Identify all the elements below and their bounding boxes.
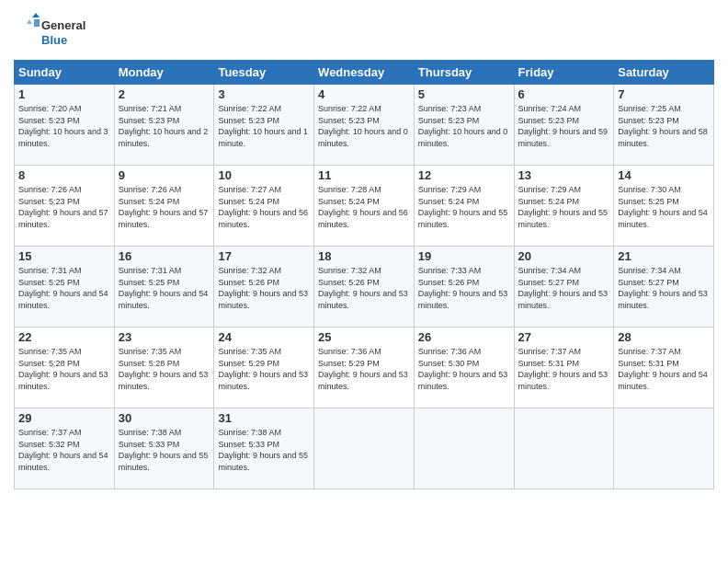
day-info: Sunrise: 7:26 AMSunset: 5:24 PMDaylight:… xyxy=(119,185,209,229)
day-info: Sunrise: 7:35 AMSunset: 5:28 PMDaylight:… xyxy=(18,347,108,391)
calendar-cell: 26 Sunrise: 7:36 AMSunset: 5:30 PMDaylig… xyxy=(414,327,514,408)
calendar-week-row: 22 Sunrise: 7:35 AMSunset: 5:28 PMDaylig… xyxy=(15,327,714,408)
calendar-cell: 13 Sunrise: 7:29 AMSunset: 5:24 PMDaylig… xyxy=(514,166,614,247)
calendar-cell: 6 Sunrise: 7:24 AMSunset: 5:23 PMDayligh… xyxy=(514,85,614,166)
day-number: 23 xyxy=(119,330,210,344)
calendar-page: General Blue SundayMondayTuesdayWednesda… xyxy=(0,0,728,563)
day-info: Sunrise: 7:28 AMSunset: 5:24 PMDaylight:… xyxy=(318,185,408,229)
day-number: 24 xyxy=(218,330,310,344)
day-info: Sunrise: 7:21 AMSunset: 5:23 PMDaylight:… xyxy=(119,104,209,148)
svg-marker-3 xyxy=(34,19,40,27)
weekday-header: Wednesday xyxy=(314,61,415,85)
calendar-cell: 29 Sunrise: 7:37 AMSunset: 5:32 PMDaylig… xyxy=(15,408,115,489)
day-number: 30 xyxy=(119,411,210,425)
calendar-cell xyxy=(514,408,614,489)
day-number: 20 xyxy=(518,249,610,263)
calendar-cell: 31 Sunrise: 7:38 AMSunset: 5:33 PMDaylig… xyxy=(214,408,314,489)
day-number: 19 xyxy=(418,249,510,263)
day-info: Sunrise: 7:30 AMSunset: 5:25 PMDaylight:… xyxy=(618,185,708,229)
day-info: Sunrise: 7:25 AMSunset: 5:23 PMDaylight:… xyxy=(618,104,708,148)
calendar-cell: 22 Sunrise: 7:35 AMSunset: 5:28 PMDaylig… xyxy=(15,327,115,408)
day-info: Sunrise: 7:36 AMSunset: 5:29 PMDaylight:… xyxy=(318,347,408,391)
calendar-cell xyxy=(614,408,714,489)
svg-text:Blue: Blue xyxy=(41,33,67,47)
calendar-cell: 25 Sunrise: 7:36 AMSunset: 5:29 PMDaylig… xyxy=(314,327,415,408)
logo: General Blue xyxy=(14,13,97,54)
calendar-cell: 30 Sunrise: 7:38 AMSunset: 5:33 PMDaylig… xyxy=(114,408,214,489)
day-info: Sunrise: 7:32 AMSunset: 5:26 PMDaylight:… xyxy=(318,266,408,310)
day-number: 21 xyxy=(618,249,710,263)
weekday-header: Tuesday xyxy=(214,61,314,85)
day-info: Sunrise: 7:29 AMSunset: 5:24 PMDaylight:… xyxy=(418,185,508,229)
day-info: Sunrise: 7:20 AMSunset: 5:23 PMDaylight:… xyxy=(18,104,108,148)
calendar-cell: 3 Sunrise: 7:22 AMSunset: 5:23 PMDayligh… xyxy=(214,85,314,166)
day-number: 4 xyxy=(318,87,410,101)
calendar-cell: 18 Sunrise: 7:32 AMSunset: 5:26 PMDaylig… xyxy=(314,247,415,327)
day-info: Sunrise: 7:24 AMSunset: 5:23 PMDaylight:… xyxy=(518,104,609,148)
calendar-cell: 27 Sunrise: 7:37 AMSunset: 5:31 PMDaylig… xyxy=(514,327,614,408)
calendar-cell: 20 Sunrise: 7:34 AMSunset: 5:27 PMDaylig… xyxy=(514,247,614,327)
svg-text:General: General xyxy=(41,18,85,32)
calendar-cell: 9 Sunrise: 7:26 AMSunset: 5:24 PMDayligh… xyxy=(114,166,214,247)
calendar-cell: 11 Sunrise: 7:28 AMSunset: 5:24 PMDaylig… xyxy=(314,166,415,247)
day-info: Sunrise: 7:29 AMSunset: 5:24 PMDaylight:… xyxy=(518,185,609,229)
day-info: Sunrise: 7:36 AMSunset: 5:30 PMDaylight:… xyxy=(418,347,508,391)
calendar-cell: 19 Sunrise: 7:33 AMSunset: 5:26 PMDaylig… xyxy=(414,247,514,327)
calendar-week-row: 29 Sunrise: 7:37 AMSunset: 5:32 PMDaylig… xyxy=(15,408,714,489)
day-number: 7 xyxy=(618,87,710,101)
logo-svg: General Blue xyxy=(14,13,97,54)
day-number: 10 xyxy=(218,168,310,182)
day-info: Sunrise: 7:33 AMSunset: 5:26 PMDaylight:… xyxy=(418,266,508,310)
day-number: 2 xyxy=(119,87,210,101)
day-info: Sunrise: 7:23 AMSunset: 5:23 PMDaylight:… xyxy=(418,104,508,148)
calendar-header: SundayMondayTuesdayWednesdayThursdayFrid… xyxy=(15,61,714,85)
day-number: 8 xyxy=(18,168,110,182)
calendar-cell xyxy=(314,408,415,489)
day-number: 1 xyxy=(18,87,110,101)
svg-marker-2 xyxy=(32,13,40,17)
calendar-cell: 5 Sunrise: 7:23 AMSunset: 5:23 PMDayligh… xyxy=(414,85,514,166)
calendar-cell: 8 Sunrise: 7:26 AMSunset: 5:23 PMDayligh… xyxy=(15,166,115,247)
calendar-body: 1 Sunrise: 7:20 AMSunset: 5:23 PMDayligh… xyxy=(15,85,714,489)
svg-marker-4 xyxy=(27,19,32,24)
weekday-header: Thursday xyxy=(414,61,514,85)
calendar-cell: 24 Sunrise: 7:35 AMSunset: 5:29 PMDaylig… xyxy=(214,327,314,408)
header-area: General Blue xyxy=(14,9,714,54)
calendar-cell: 16 Sunrise: 7:31 AMSunset: 5:25 PMDaylig… xyxy=(114,247,214,327)
day-info: Sunrise: 7:31 AMSunset: 5:25 PMDaylight:… xyxy=(18,266,108,310)
calendar-week-row: 1 Sunrise: 7:20 AMSunset: 5:23 PMDayligh… xyxy=(15,85,714,166)
weekday-header: Friday xyxy=(514,61,614,85)
day-info: Sunrise: 7:26 AMSunset: 5:23 PMDaylight:… xyxy=(18,185,108,229)
day-number: 22 xyxy=(18,330,110,344)
calendar-cell: 2 Sunrise: 7:21 AMSunset: 5:23 PMDayligh… xyxy=(114,85,214,166)
calendar-week-row: 8 Sunrise: 7:26 AMSunset: 5:23 PMDayligh… xyxy=(15,166,714,247)
day-number: 5 xyxy=(418,87,510,101)
day-info: Sunrise: 7:35 AMSunset: 5:28 PMDaylight:… xyxy=(119,347,209,391)
day-number: 16 xyxy=(119,249,210,263)
day-info: Sunrise: 7:37 AMSunset: 5:32 PMDaylight:… xyxy=(18,428,108,472)
day-info: Sunrise: 7:22 AMSunset: 5:23 PMDaylight:… xyxy=(218,104,308,148)
weekday-header: Sunday xyxy=(15,61,115,85)
weekday-header: Saturday xyxy=(614,61,714,85)
day-info: Sunrise: 7:34 AMSunset: 5:27 PMDaylight:… xyxy=(618,266,708,310)
day-number: 6 xyxy=(518,87,610,101)
day-number: 28 xyxy=(618,330,710,344)
calendar-cell xyxy=(414,408,514,489)
day-number: 27 xyxy=(518,330,610,344)
day-info: Sunrise: 7:32 AMSunset: 5:26 PMDaylight:… xyxy=(218,266,308,310)
calendar-cell: 12 Sunrise: 7:29 AMSunset: 5:24 PMDaylig… xyxy=(414,166,514,247)
day-number: 31 xyxy=(218,411,310,425)
calendar-cell: 7 Sunrise: 7:25 AMSunset: 5:23 PMDayligh… xyxy=(614,85,714,166)
day-info: Sunrise: 7:27 AMSunset: 5:24 PMDaylight:… xyxy=(218,185,308,229)
day-number: 29 xyxy=(18,411,110,425)
calendar-cell: 15 Sunrise: 7:31 AMSunset: 5:25 PMDaylig… xyxy=(15,247,115,327)
day-number: 3 xyxy=(218,87,310,101)
day-number: 11 xyxy=(318,168,410,182)
day-info: Sunrise: 7:38 AMSunset: 5:33 PMDaylight:… xyxy=(119,428,209,472)
day-info: Sunrise: 7:37 AMSunset: 5:31 PMDaylight:… xyxy=(518,347,609,391)
calendar-cell: 28 Sunrise: 7:37 AMSunset: 5:31 PMDaylig… xyxy=(614,327,714,408)
day-number: 12 xyxy=(418,168,510,182)
day-info: Sunrise: 7:37 AMSunset: 5:31 PMDaylight:… xyxy=(618,347,708,391)
day-number: 18 xyxy=(318,249,410,263)
calendar-cell: 4 Sunrise: 7:22 AMSunset: 5:23 PMDayligh… xyxy=(314,85,415,166)
